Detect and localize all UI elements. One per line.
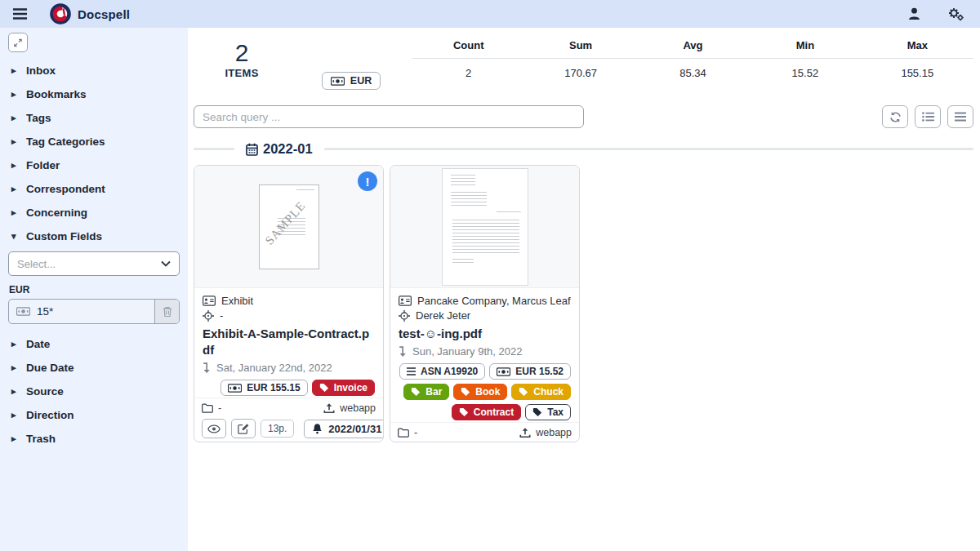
stats-table: Count Sum Avg Min Max EUR 2 170.67 85.34… <box>290 34 973 98</box>
folder-row: - <box>398 427 417 438</box>
item-card[interactable]: SAMPLE ! Exhibit - Exhibit-A-Sample-Cont… <box>194 165 384 442</box>
thumbnail-text-line <box>497 211 521 214</box>
correspondent-row: Pancake Company, Marcus Leaf <box>399 294 571 308</box>
sidebar-item-direction[interactable]: ▸Direction <box>8 403 180 427</box>
sidebar-item-label: Concerning <box>26 207 87 219</box>
stats-value-max: 155.15 <box>862 59 973 98</box>
folder-name: - <box>414 427 417 438</box>
sidebar-item-label: Folder <box>26 159 60 171</box>
stats-header-count: Count <box>412 34 524 59</box>
caret-right-icon: ▸ <box>11 160 18 171</box>
tag-label: Tax <box>547 407 564 418</box>
items-count-number: 2 <box>194 41 290 65</box>
tag-icon <box>519 387 528 397</box>
tag-badge: Tax <box>525 404 571 420</box>
app-title[interactable]: Docspell <box>78 7 130 21</box>
user-icon[interactable] <box>903 6 925 22</box>
sidebar-item-tag-categories[interactable]: ▸Tag Categories <box>8 130 180 153</box>
document-preview <box>442 168 528 286</box>
sidebar-item-label: Due Date <box>26 362 74 374</box>
thumbnail-text-line <box>296 189 314 191</box>
sidebar-item-correspondent[interactable]: ▸Correspondent <box>8 177 180 201</box>
source-name: webapp <box>536 427 572 438</box>
stats-value-count: 2 <box>412 59 524 98</box>
sidebar-item-trash[interactable]: ▸Trash <box>8 427 180 451</box>
caret-down-icon: ▾ <box>11 231 18 242</box>
concerning-name: Derek Jeter <box>416 309 470 322</box>
currency-filter-button[interactable]: EUR <box>322 72 381 90</box>
list-view-icon[interactable] <box>915 105 941 128</box>
item-date-row: Sun, January 9th, 2022 <box>399 344 571 358</box>
folder-icon <box>202 403 213 413</box>
group-label: 2022-01 <box>246 141 313 157</box>
sidebar-item-source[interactable]: ▸Source <box>8 380 180 403</box>
preview-eye-icon[interactable] <box>202 419 226 438</box>
search-input[interactable] <box>194 105 584 128</box>
caret-right-icon: ▸ <box>11 184 18 194</box>
sidebar: ▸Inbox ▸Bookmarks ▸Tags ▸Tag Categories … <box>0 28 188 551</box>
custom-field-value-input[interactable] <box>35 300 154 323</box>
compact-view-icon[interactable] <box>947 105 973 128</box>
folder-row: - <box>202 402 221 414</box>
caret-right-icon: ▸ <box>11 433 18 444</box>
amount-value: EUR 155.15 <box>247 382 300 393</box>
stats-value-min: 15.52 <box>749 59 861 98</box>
caret-right-icon: ▸ <box>11 113 18 123</box>
sidebar-item-bookmarks[interactable]: ▸Bookmarks <box>8 82 180 106</box>
sidebar-item-label: Date <box>26 338 50 350</box>
calendar-icon <box>246 143 258 156</box>
divider-line <box>194 148 234 150</box>
sidebar-item-label: Direction <box>26 409 74 421</box>
group-header: 2022-01 <box>194 141 973 157</box>
stats-currency-cell: EUR <box>290 59 412 98</box>
refresh-icon[interactable] <box>882 105 908 128</box>
item-date: Sun, January 9th, 2022 <box>412 344 522 358</box>
document-preview: SAMPLE <box>259 184 319 269</box>
edit-icon[interactable] <box>231 419 256 438</box>
correspondent-name: Pancake Company, Marcus Leaf <box>417 294 571 308</box>
badges-row: ASN A19920 EUR 15.52 Bar Book <box>399 363 571 420</box>
caret-right-icon: ▸ <box>11 362 18 373</box>
sidebar-item-custom-fields[interactable]: ▾Custom Fields <box>8 224 180 248</box>
due-date-badge: 2022/01/31 <box>304 420 384 438</box>
chevron-down-icon <box>161 260 171 267</box>
select-placeholder: Select... <box>17 258 56 270</box>
list-icon <box>407 367 416 375</box>
tag-icon <box>532 407 542 417</box>
card-body: Exhibit - Exhibit-A-Sample-Contract.pdf … <box>194 288 383 398</box>
sidebar-item-inbox[interactable]: ▸Inbox <box>8 59 180 82</box>
stats-header-sum: Sum <box>524 34 636 59</box>
bell-icon <box>312 423 323 434</box>
custom-field-select[interactable]: Select... <box>8 251 180 276</box>
sidebar-item-label: Custom Fields <box>26 230 102 242</box>
folder-name: - <box>218 402 221 414</box>
arrow-down-icon <box>203 362 211 374</box>
document-thumbnail <box>390 166 579 288</box>
address-card-icon <box>399 295 412 306</box>
gear-icon[interactable] <box>943 6 969 23</box>
sidebar-item-concerning[interactable]: ▸Concerning <box>8 201 180 224</box>
tag-badge: Chuck <box>511 384 571 400</box>
card-body: Pancake Company, Marcus Leaf Derek Jeter… <box>390 288 579 422</box>
currency-label: EUR <box>350 75 372 87</box>
sidebar-item-tags[interactable]: ▸Tags <box>8 106 180 130</box>
tag-badge: Bar <box>403 384 449 400</box>
caret-right-icon: ▸ <box>11 386 18 397</box>
app-logo-icon[interactable] <box>50 3 71 24</box>
sidebar-item-folder[interactable]: ▸Folder <box>8 153 180 177</box>
item-card[interactable]: Pancake Company, Marcus Leaf Derek Jeter… <box>390 165 580 442</box>
trash-icon[interactable] <box>154 300 179 323</box>
expand-icon[interactable] <box>8 33 28 52</box>
sidebar-item-due-date[interactable]: ▸Due Date <box>8 356 180 380</box>
sidebar-item-label: Source <box>26 385 64 398</box>
info-icon[interactable]: ! <box>358 171 377 191</box>
items-count: 2 ITEMS <box>194 34 290 79</box>
money-icon <box>497 367 510 376</box>
money-icon <box>9 300 35 323</box>
tag-badge: Book <box>453 384 507 400</box>
badges-row: EUR 155.15 Invoice <box>203 380 375 396</box>
tag-icon <box>461 387 470 397</box>
tag-badge: Contract <box>452 404 521 420</box>
sidebar-item-date[interactable]: ▸Date <box>8 332 180 356</box>
menu-icon[interactable] <box>11 7 29 21</box>
